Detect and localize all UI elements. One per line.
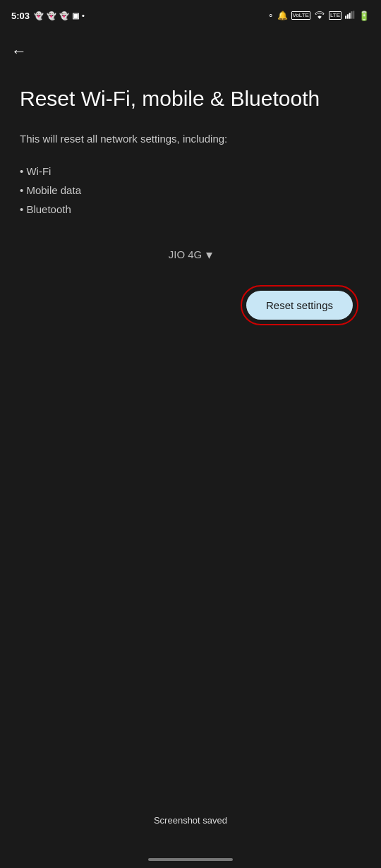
network-items-list: • Wi-Fi • Mobile data • Bluetooth	[20, 162, 361, 219]
snapchat2-icon: 👻	[47, 11, 56, 20]
dropdown-container: JIO 4G ▾	[20, 241, 361, 268]
status-right: ∘ 🔔 VoLTE LTE 🔋	[268, 11, 370, 21]
description-text: This will reset all network settings, in…	[20, 131, 361, 147]
status-left-icons: 👻 👻 👻 ▣ •	[34, 11, 85, 20]
sim-dropdown[interactable]: JIO 4G ▾	[160, 241, 222, 268]
back-button[interactable]: ←	[6, 37, 32, 66]
status-time: 5:03	[11, 11, 30, 21]
snapchat3-icon: 👻	[59, 11, 69, 20]
tv-icon: ▣	[72, 11, 79, 20]
svg-rect-2	[349, 13, 351, 18]
lte-icon: LTE	[329, 11, 341, 20]
dropdown-arrow-icon: ▾	[206, 247, 212, 263]
network-item-mobile: • Mobile data	[20, 181, 361, 200]
main-content: Reset Wi-Fi, mobile & Bluetooth This wil…	[0, 72, 381, 345]
wifi-icon	[314, 11, 325, 21]
toast-message: Screenshot saved	[154, 815, 227, 826]
home-indicator	[148, 858, 233, 861]
network-item-wifi: • Wi-Fi	[20, 162, 361, 181]
status-left: 5:03 👻 👻 👻 ▣ •	[11, 11, 85, 21]
reset-settings-button[interactable]: Reset settings	[246, 291, 353, 320]
reset-button-area: Reset settings	[20, 285, 361, 325]
toast-bar: Screenshot saved	[0, 815, 381, 826]
page-title: Reset Wi-Fi, mobile & Bluetooth	[20, 86, 361, 111]
network-item-bluetooth: • Bluetooth	[20, 200, 361, 219]
status-bar: 5:03 👻 👻 👻 ▣ • ∘ 🔔 VoLTE LTE	[0, 0, 381, 28]
svg-rect-1	[347, 14, 349, 18]
reset-button-highlight: Reset settings	[241, 285, 358, 325]
dot-icon: •	[82, 11, 85, 20]
dropdown-value: JIO 4G	[169, 248, 202, 260]
signal-icon	[345, 11, 355, 21]
svg-rect-4	[353, 11, 354, 18]
back-button-area: ←	[0, 28, 381, 72]
svg-rect-3	[351, 11, 352, 19]
bluetooth-icon: ∘	[268, 11, 274, 20]
snapchat-icon: 👻	[34, 11, 44, 20]
svg-rect-0	[345, 16, 346, 18]
volume-icon: 🔔	[277, 11, 288, 20]
back-arrow-icon: ←	[11, 42, 27, 61]
battery-icon: 🔋	[358, 11, 370, 21]
volte-icon: VoLTE	[291, 11, 310, 20]
